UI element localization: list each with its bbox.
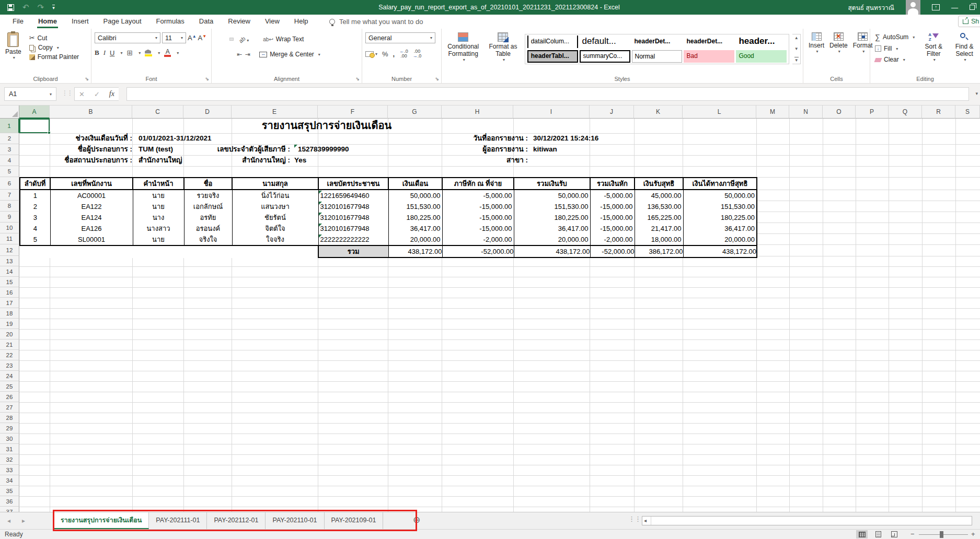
table-cell[interactable]: 36,417.00 [514, 223, 590, 234]
insert-cells-button[interactable]: Insert▾ [806, 31, 826, 55]
zoom-slider-thumb[interactable] [940, 531, 943, 538]
cell-style-item[interactable]: Normal [632, 50, 683, 63]
table-cell[interactable]: -15,000.00 [442, 223, 514, 234]
gallery-scroll[interactable]: ▲ ▼ ▼ [792, 34, 801, 64]
dialog-launcher-icon[interactable]: ⇘ [205, 76, 209, 81]
undo-icon[interactable]: ↶ [22, 0, 29, 15]
bold-button[interactable]: B [95, 49, 99, 57]
table-cell[interactable]: 20,000.00 [683, 234, 757, 245]
delete-cells-button[interactable]: Delete▾ [827, 31, 850, 55]
table-cell[interactable]: EA122 [50, 201, 133, 212]
table-cell[interactable]: 36,417.00 [683, 223, 757, 234]
table-header-cell[interactable]: ภาษีหัก ณ ที่จ่าย [442, 178, 514, 190]
row-header-6[interactable]: 6 [0, 177, 19, 190]
decrease-indent-icon[interactable]: ⇤ [237, 51, 242, 58]
column-header-S[interactable]: S [955, 106, 980, 119]
table-cell[interactable]: รวยจริง [184, 190, 232, 201]
page-break-view-button[interactable] [889, 530, 900, 538]
table-cell[interactable]: นาย [133, 234, 184, 245]
table-cell[interactable]: 50,000.00 [514, 190, 590, 201]
table-cell[interactable]: 21,417.00 [635, 223, 683, 234]
menu-tab-formulas[interactable]: Formulas [149, 15, 192, 29]
find-select-button[interactable]: Find & Select▾ [951, 31, 978, 64]
table-cell[interactable]: ใจจริง [232, 234, 318, 245]
table-cell[interactable]: 4 [20, 223, 50, 234]
cut-button[interactable]: ✂Cut [28, 33, 80, 43]
table-cell[interactable]: 136,530.00 [635, 201, 683, 212]
column-header-H[interactable]: H [442, 106, 513, 119]
shrink-font-icon[interactable]: A▼ [198, 34, 207, 42]
table-header-cell[interactable]: เงินเดือน [388, 178, 442, 190]
table-cell[interactable]: จริงใจ [184, 234, 232, 245]
row-header-33[interactable]: 33 [0, 465, 19, 475]
font-family-select[interactable]: Calibri▾ [95, 32, 160, 43]
cell-style-item[interactable]: headerDet... [632, 36, 683, 48]
table-cell[interactable]: 2 [20, 201, 50, 212]
table-cell[interactable]: 1221659649460 [318, 190, 388, 201]
menu-tab-page-layout[interactable]: Page Layout [96, 15, 149, 29]
menu-tab-insert[interactable]: Insert [64, 15, 96, 29]
format-painter-button[interactable]: Format Painter [28, 52, 80, 62]
row-header-21[interactable]: 21 [0, 339, 19, 350]
row-header-7[interactable]: 7 [0, 190, 19, 201]
table-header-cell[interactable]: รวมเงินรับ [514, 178, 590, 190]
avatar[interactable] [906, 0, 920, 15]
menu-tab-view[interactable]: View [258, 15, 287, 29]
row-header-9[interactable]: 9 [0, 212, 19, 222]
table-cell[interactable]: 151,530.00 [514, 201, 590, 212]
sheet-tab[interactable]: PAY-202111-01 [149, 512, 207, 529]
select-all-corner[interactable] [0, 106, 19, 119]
menu-tab-data[interactable]: Data [192, 15, 221, 29]
row-header-28[interactable]: 28 [0, 413, 19, 423]
table-header-cell[interactable]: เงินได้ทางภาษีสุทธิ [683, 178, 757, 190]
table-cell[interactable]: แสนวงษา [232, 201, 318, 212]
dialog-launcher-icon[interactable]: ⇘ [355, 76, 360, 81]
table-cell[interactable]: 20,000.00 [514, 234, 590, 245]
table-header-cell[interactable]: รวมเงินหัก [590, 178, 635, 190]
save-icon[interactable] [7, 4, 14, 11]
align-center-button[interactable] [222, 53, 226, 56]
column-header-A[interactable]: A [19, 106, 50, 119]
cell-style-item[interactable]: datailColum... [527, 36, 578, 48]
row-header-20[interactable]: 20 [0, 329, 19, 339]
row-header-11[interactable]: 11 [0, 233, 19, 244]
table-header-cell[interactable]: เลขบัตรประชาชน [318, 178, 388, 190]
comma-style-button[interactable]: , [393, 50, 395, 58]
row-header-37[interactable]: 37 [0, 507, 19, 512]
increase-decimal-icon[interactable]: ←.0.00 [399, 49, 408, 58]
table-cell[interactable]: -15,000.00 [442, 212, 514, 223]
row-header-18[interactable]: 18 [0, 308, 19, 319]
table-cell[interactable]: 165,225.00 [635, 212, 683, 223]
table-cell[interactable]: นิ่งไว้ก่อน [232, 190, 318, 201]
row-header-19[interactable]: 19 [0, 319, 19, 329]
column-header-R[interactable]: R [922, 106, 955, 119]
accounting-format-icon[interactable]: ▾ [365, 51, 377, 57]
column-header-E[interactable]: E [232, 106, 318, 119]
number-format-select[interactable]: General▾ [365, 32, 435, 43]
selected-cell-A1[interactable] [19, 119, 50, 133]
enter-icon[interactable]: ✓ [94, 90, 100, 98]
autosum-button[interactable]: ∑AutoSum▾ [873, 32, 916, 42]
row-header-17[interactable]: 17 [0, 298, 19, 308]
formula-bar-expand-icon[interactable]: ▾ [975, 91, 978, 96]
menu-tab-review[interactable]: Review [221, 15, 258, 29]
gallery-down-icon[interactable]: ▼ [794, 46, 799, 51]
row-header-34[interactable]: 34 [0, 475, 19, 486]
table-header-cell[interactable]: ชื่อ [184, 178, 232, 190]
table-cell[interactable]: 3120101677948 [318, 201, 388, 212]
cell-style-item[interactable]: summaryCo... [580, 50, 630, 63]
table-cell[interactable]: -5,000.00 [442, 190, 514, 201]
table-cell[interactable]: EA126 [50, 223, 133, 234]
italic-button[interactable]: I [103, 49, 106, 57]
zoom-out-button[interactable]: − [910, 530, 915, 538]
table-cell[interactable]: 151,530.00 [683, 201, 757, 212]
table-header-cell[interactable]: คำนำหน้า [133, 178, 184, 190]
sheet-tab[interactable]: PAY-202110-01 [266, 512, 324, 529]
dialog-launcher-icon[interactable]: ⇘ [85, 76, 89, 81]
column-header-C[interactable]: C [132, 106, 183, 119]
cell-style-item[interactable]: Bad [684, 50, 734, 63]
paste-button[interactable]: Paste ▾ [3, 31, 24, 62]
sheet-nav-left-icon[interactable]: ◂ [7, 517, 10, 524]
formula-bar-splitter[interactable]: ⋮⋮ [62, 89, 72, 97]
cell-style-item[interactable]: headerDet... [684, 36, 734, 48]
